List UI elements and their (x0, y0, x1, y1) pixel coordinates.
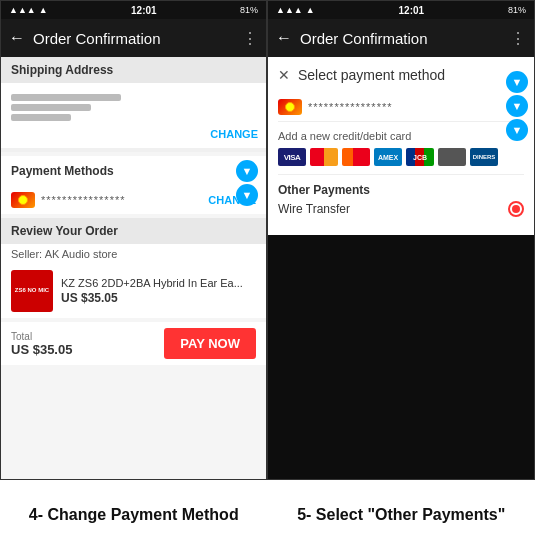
battery-2: 81% (508, 5, 526, 15)
address-blur-3 (11, 114, 71, 121)
card-dots-1: **************** (41, 194, 126, 206)
product-name-1: KZ ZS6 2DD+2BA Hybrid In Ear Ea... (61, 277, 256, 289)
app-bar-1: ← Order Confirmation ⋮ (1, 19, 266, 57)
product-thumb-1: ZS6 NO MIC (11, 270, 53, 312)
add-card-section-2: Add a new credit/debit card VISA AMEX JC… (278, 122, 524, 175)
product-info-1: KZ ZS6 2DD+2BA Hybrid In Ear Ea... US $3… (61, 277, 256, 305)
wire-transfer-label-2: Wire Transfer (278, 202, 350, 216)
back-button-2[interactable]: ← (276, 29, 292, 47)
time-1: 12:01 (131, 5, 157, 16)
wifi-icon-2: ▲ (306, 5, 315, 15)
modal-chevron-btn-2b[interactable]: ▼ (506, 95, 528, 117)
payment-header-row-1: Payment Methods ▼ ▼ (1, 156, 266, 186)
product-price-1: US $35.05 (61, 291, 256, 305)
card-logos-row-2: VISA AMEX JCB DINERS (278, 148, 524, 166)
card-logo-modal-2 (278, 99, 302, 115)
card-option-existing-2[interactable]: **************** (278, 93, 524, 122)
mastercard-logo2-icon (342, 148, 370, 166)
content-area-1: Shipping Address CHANGE Payment Methods … (1, 57, 266, 479)
chevron-btn-1a[interactable]: ▼ (236, 160, 258, 182)
jcb-logo-icon: JCB (406, 148, 434, 166)
address-blur-2 (11, 104, 91, 111)
unknown-logo-icon (438, 148, 466, 166)
wire-transfer-radio-2[interactable] (508, 201, 524, 217)
back-button-1[interactable]: ← (9, 29, 25, 47)
card-dots-modal-2: **************** (308, 101, 393, 113)
seller-row-1: Seller: AK Audio store (1, 244, 266, 264)
payment-methods-label-1: Payment Methods (11, 164, 114, 178)
phone-panel-1: ▲▲▲ ▲ 12:01 81% ← Order Confirmation ⋮ S… (0, 0, 267, 480)
status-icons-left-1: ▲▲▲ ▲ (9, 5, 48, 15)
chevron-btn-1b[interactable]: ▼ (236, 184, 258, 206)
caption-cell-1: 4- Change Payment Method (0, 480, 268, 550)
mastercard-logo-icon (310, 148, 338, 166)
change-address-btn-1[interactable]: CHANGE (210, 128, 258, 140)
review-label-1: Review Your Order (1, 218, 266, 244)
battery-1: 81% (240, 5, 258, 15)
product-thumb-label-1: ZS6 NO MIC (15, 287, 49, 294)
add-card-label-2: Add a new credit/debit card (278, 130, 524, 142)
shipping-label-1: Shipping Address (1, 57, 266, 83)
status-bar-2: ▲▲▲ ▲ 12:01 81% (268, 1, 534, 19)
page-title-1: Order Confirmation (33, 30, 234, 47)
other-payments-header-2: Other Payments (278, 183, 524, 197)
wifi-icon-1: ▲ (39, 5, 48, 15)
wire-transfer-row-2[interactable]: Wire Transfer (278, 201, 524, 217)
more-menu-1[interactable]: ⋮ (242, 29, 258, 48)
caption-text-2: 5- Select "Other Payments" (297, 505, 505, 526)
card-row-1: **************** CHANGE (1, 186, 266, 214)
other-payments-section-2: Other Payments Wire Transfer (278, 175, 524, 225)
modal-chevrons-2: ▼ ▼ ▼ (506, 71, 528, 141)
time-2: 12:01 (399, 5, 425, 16)
signal-icon-2: ▲▲▲ (276, 5, 303, 15)
pay-now-button-1[interactable]: PAY NOW (164, 328, 256, 359)
card-option-left-2: **************** (278, 99, 393, 115)
product-row-1: ZS6 NO MIC KZ ZS6 2DD+2BA Hybrid In Ear … (1, 264, 266, 318)
signal-icon-1: ▲▲▲ (9, 5, 36, 15)
caption-text-1: 4- Change Payment Method (29, 505, 239, 526)
payment-modal-2: ✕ Select payment method ****************… (268, 57, 534, 235)
status-bar-1: ▲▲▲ ▲ 12:01 81% (1, 1, 266, 19)
diners-logo-icon: DINERS (470, 148, 498, 166)
page-title-2: Order Confirmation (300, 30, 502, 47)
modal-header-2: ✕ Select payment method (278, 67, 524, 83)
caption-cell-2: 5- Select "Other Payments" (268, 480, 536, 550)
card-logo-1 (11, 192, 35, 208)
address-blur-1 (11, 94, 121, 101)
status-icons-left-2: ▲▲▲ ▲ (276, 5, 315, 15)
visa-logo-icon: VISA (278, 148, 306, 166)
app-bar-2: ← Order Confirmation ⋮ (268, 19, 534, 57)
address-section-1: CHANGE (1, 83, 266, 148)
divider-1 (1, 148, 266, 152)
chevrons-1: ▼ ▼ (236, 160, 258, 206)
caption-row: 4- Change Payment Method 5- Select "Othe… (0, 480, 535, 550)
total-label-1: Total (11, 331, 72, 342)
modal-title-2: Select payment method (298, 67, 445, 83)
modal-chevron-btn-2a[interactable]: ▼ (506, 71, 528, 93)
modal-close-button-2[interactable]: ✕ (278, 67, 290, 83)
more-menu-2[interactable]: ⋮ (510, 29, 526, 48)
total-price-1: US $35.05 (11, 342, 72, 357)
phone-panel-2: ▲▲▲ ▲ 12:01 81% ← Order Confirmation ⋮ S… (267, 0, 535, 480)
total-row-1: Total US $35.05 PAY NOW (1, 322, 266, 365)
amex-logo-icon: AMEX (374, 148, 402, 166)
total-info-1: Total US $35.05 (11, 331, 72, 357)
modal-chevron-btn-2c[interactable]: ▼ (506, 119, 528, 141)
